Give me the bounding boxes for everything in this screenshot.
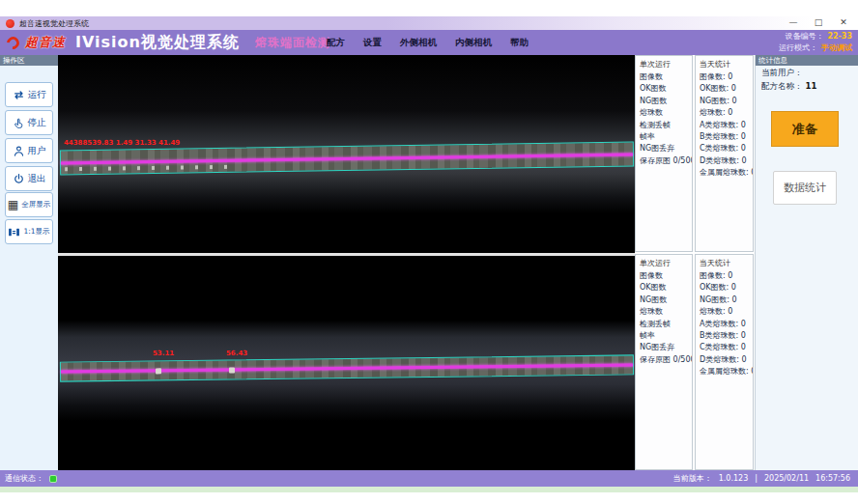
main-menu: 配方 设置 外侧相机 内侧相机 帮助 — [327, 30, 529, 55]
stat-row: OK图数: 0 — [700, 282, 749, 294]
menu-item-help[interactable]: 帮助 — [510, 37, 529, 49]
status-time: 16:57:56 — [815, 474, 850, 483]
stat-row: NG图数: 0 — [700, 294, 749, 306]
daily-stats-bottom: 当天统计 图像数: 0 OK图数: 0 NG图数: 0 熔珠数: 0 A类熔珠数… — [695, 254, 754, 470]
window-title: 超音速视觉处理系统 — [19, 18, 89, 29]
version-value: 1.0.123 — [719, 474, 749, 483]
detection-line — [61, 363, 633, 373]
status-bar: 通信状态： 当前版本： 1.0.123 | 2025/02/11 16:57:5… — [0, 470, 858, 487]
user-icon — [13, 145, 25, 157]
data-statistics-button[interactable]: 数据统计 — [773, 171, 837, 205]
detection-line — [61, 154, 633, 165]
version-label: 当前版本： — [673, 473, 712, 484]
logo-swirl-icon — [4, 34, 21, 51]
one-to-one-button-label: 1:1显示 — [23, 227, 49, 237]
operation-sidebar: 操作区 运行 停止 用户 退出 ▦ — [0, 55, 58, 470]
stat-row: 熔珠数: 0 — [700, 306, 749, 318]
window-titlebar: 超音速视觉处理系统 — [0, 16, 858, 30]
comm-status-indicator — [49, 475, 57, 483]
one-to-one-icon — [8, 227, 20, 238]
sidebar-header: 操作区 — [0, 55, 58, 66]
camera-area: 44388539.83 1.49 31.33 41.49 53.11 56.43 — [58, 55, 635, 470]
stat-row: C类熔珠数: 0 — [700, 143, 749, 154]
stat-row: 图像数 — [640, 71, 688, 83]
one-to-one-button[interactable]: 1:1显示 — [5, 219, 53, 244]
stat-row: NG图数: 0 — [700, 96, 749, 107]
stat-row: D类熔珠数: 0 — [700, 155, 749, 167]
recipe-name-value: 11 — [806, 81, 817, 93]
info-panel-header: 统计信息 — [756, 55, 858, 66]
stat-row: 图像数: 0 — [700, 270, 749, 282]
device-id-value: 22-33 — [827, 31, 852, 42]
panel-title: 当天统计 — [700, 59, 749, 70]
app-subtitle: 熔珠端面检测 — [255, 35, 330, 51]
stat-row: 检测丢帧 — [640, 319, 688, 330]
panel-title: 单次运行 — [640, 59, 688, 70]
daily-stats-top: 当天统计 图像数: 0 OK图数: 0 NG图数: 0 熔珠数: 0 A类熔珠数… — [695, 55, 754, 252]
bead-dots — [65, 165, 234, 172]
measurement-annotation: 56.43 — [226, 350, 247, 357]
panel-title: 当天统计 — [700, 258, 749, 268]
recipe-name-label: 配方名称： — [761, 81, 803, 93]
run-button[interactable]: 运行 — [5, 82, 53, 107]
stop-button[interactable]: 停止 — [5, 110, 53, 135]
status-date: 2025/02/11 — [764, 474, 809, 483]
user-button-label: 用户 — [28, 145, 46, 157]
close-button[interactable]: ✕ — [837, 15, 850, 29]
stat-row: NG图数 — [640, 294, 688, 306]
stat-row: 图像数: 0 — [700, 71, 749, 83]
comm-status-label: 通信状态： — [5, 473, 43, 484]
user-button[interactable]: 用户 — [5, 138, 53, 163]
stat-row: 金属屑熔珠数: 0 — [700, 167, 749, 179]
stat-row: 检测丢帧 — [640, 120, 688, 131]
stat-row: A类熔珠数: 0 — [700, 319, 749, 330]
maximize-button[interactable]: □ — [812, 15, 825, 29]
fullscreen-button-label: 全屏显示 — [21, 200, 50, 210]
stat-row: OK图数 — [640, 282, 688, 294]
menu-item-recipe[interactable]: 配方 — [327, 37, 345, 49]
run-button-label: 运行 — [28, 89, 46, 101]
app-title: IVision视觉处理系统 — [75, 33, 240, 53]
stop-hand-icon — [13, 117, 25, 129]
stat-row: D类熔珠数: 0 — [700, 354, 749, 366]
device-info: 设备编号： 22-33 运行模式： 手动调试 — [779, 31, 852, 53]
app-icon — [6, 19, 14, 28]
application-window: 超音速视觉处理系统 — □ ✕ 超音速 IVision视觉处理系统 熔珠端面检测… — [0, 0, 858, 504]
stat-row: 保存原图 0/500 — [640, 354, 688, 366]
power-icon — [13, 173, 25, 185]
run-mode-label: 运行模式： — [779, 42, 817, 53]
single-run-stats-top: 单次运行 图像数 OK图数 NG图数 熔珠数 检测丢帧 帧率 NG图丢弃 保存原… — [635, 55, 693, 252]
prepare-button[interactable]: 准备 — [771, 111, 839, 147]
app-header: 超音速 IVision视觉处理系统 熔珠端面检测 配方 设置 外侧相机 内侧相机… — [0, 30, 858, 55]
version-info: 当前版本： 1.0.123 | 2025/02/11 16:57:56 — [673, 473, 850, 484]
stat-row: A类熔珠数: 0 — [700, 120, 749, 131]
stat-row: 帧率 — [640, 131, 688, 143]
stat-row: OK图数 — [640, 83, 688, 95]
stat-row: B类熔珠数: 0 — [700, 131, 749, 143]
menu-item-settings[interactable]: 设置 — [363, 37, 382, 49]
stat-row: 金属屑熔珠数: 0 — [700, 366, 749, 378]
bead-mark — [229, 367, 235, 373]
separator: | — [755, 474, 758, 483]
stat-row: 保存原图 0/500 — [640, 155, 688, 167]
stat-row: OK图数: 0 — [700, 83, 749, 95]
minimize-button[interactable]: — — [786, 15, 800, 29]
run-mode-value: 手动调试 — [821, 42, 852, 53]
run-icon — [13, 89, 25, 101]
bead-mark — [156, 368, 161, 374]
stat-row: B类熔珠数: 0 — [700, 330, 749, 342]
menu-item-outer-camera[interactable]: 外侧相机 — [400, 37, 437, 49]
panel-title: 单次运行 — [640, 258, 688, 268]
fullscreen-button[interactable]: ▦ 全屏显示 — [5, 192, 53, 217]
bead-strip-image — [60, 354, 634, 381]
single-run-stats-bottom: 单次运行 图像数 OK图数 NG图数 熔珠数 检测丢帧 帧率 NG图丢弃 保存原… — [635, 254, 693, 470]
fullscreen-icon: ▦ — [8, 199, 18, 210]
statistics-info-panel: 统计信息 当前用户： 配方名称： 11 准备 数据统计 — [755, 55, 858, 470]
stat-row: NG图丢弃 — [640, 342, 688, 353]
stat-row: NG图丢弃 — [640, 143, 688, 154]
outer-camera-view: 44388539.83 1.49 31.33 41.49 — [58, 55, 635, 253]
stat-row: 熔珠数 — [640, 107, 688, 119]
menu-item-inner-camera[interactable]: 内侧相机 — [455, 37, 492, 49]
current-user-label: 当前用户： — [761, 68, 803, 79]
exit-button[interactable]: 退出 — [5, 166, 53, 191]
